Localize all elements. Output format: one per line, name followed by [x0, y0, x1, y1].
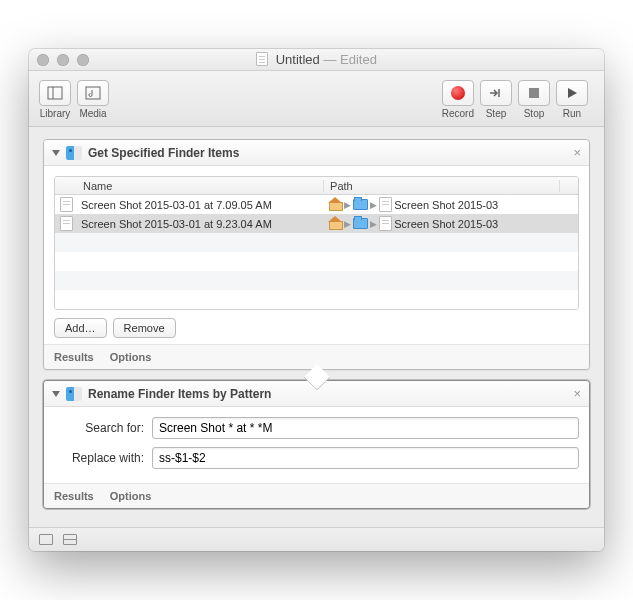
- record-label: Record: [442, 108, 474, 119]
- run-button[interactable]: [556, 80, 588, 106]
- row-name: Screen Shot 2015-03-01 at 7.09.05 AM: [77, 199, 324, 211]
- media-button[interactable]: [77, 80, 109, 106]
- toolbar: Library Media Record Step Stop Run: [29, 71, 604, 127]
- titlebar[interactable]: Untitled — Edited: [29, 49, 604, 71]
- automator-window: Untitled — Edited Library Media Record S…: [29, 49, 604, 551]
- finder-icon: [66, 146, 82, 160]
- disclosure-triangle-icon[interactable]: [52, 150, 60, 156]
- row-path: ▶ ▶ Screen Shot 2015-03: [324, 197, 560, 212]
- svg-rect-0: [48, 87, 62, 99]
- edited-indicator: — Edited: [323, 52, 376, 67]
- finder-icon: [66, 387, 82, 401]
- search-for-label: Search for:: [54, 421, 144, 435]
- action-body: Name Path Screen Shot 2015-03-01 at 7.09…: [44, 166, 589, 344]
- record-button[interactable]: [442, 80, 474, 106]
- traffic-light-close[interactable]: [37, 54, 49, 66]
- run-label: Run: [563, 108, 581, 119]
- results-link[interactable]: Results: [54, 351, 94, 363]
- document-icon: [256, 52, 268, 66]
- stop-button[interactable]: [518, 80, 550, 106]
- step-label: Step: [486, 108, 507, 119]
- library-button[interactable]: [39, 80, 71, 106]
- close-action-button[interactable]: ×: [573, 145, 581, 160]
- action-title: Get Specified Finder Items: [88, 146, 239, 160]
- statusbar: [29, 527, 604, 551]
- column-path[interactable]: Path: [324, 180, 560, 192]
- row-path: ▶ ▶ Screen Shot 2015-03: [324, 216, 560, 231]
- options-link[interactable]: Options: [110, 490, 152, 502]
- window-title: Untitled — Edited: [29, 52, 604, 67]
- home-icon: [328, 199, 342, 211]
- action-get-specified-finder-items[interactable]: Get Specified Finder Items × Name Path S…: [43, 139, 590, 370]
- table-header: Name Path: [55, 177, 578, 195]
- items-table[interactable]: Name Path Screen Shot 2015-03-01 at 7.09…: [54, 176, 579, 310]
- step-button[interactable]: [480, 80, 512, 106]
- replace-with-label: Replace with:: [54, 451, 144, 465]
- empty-rows: [55, 233, 578, 309]
- remove-button[interactable]: Remove: [113, 318, 176, 338]
- options-link[interactable]: Options: [110, 351, 152, 363]
- action-body: Search for: Replace with:: [44, 407, 589, 483]
- svg-rect-4: [529, 88, 539, 98]
- traffic-light-minimize[interactable]: [57, 54, 69, 66]
- record-icon: [451, 86, 465, 100]
- file-icon: [60, 197, 73, 212]
- action-title: Rename Finder Items by Pattern: [88, 387, 271, 401]
- action-footer: Results Options: [44, 483, 589, 508]
- workflow-area[interactable]: Get Specified Finder Items × Name Path S…: [29, 127, 604, 527]
- table-row[interactable]: Screen Shot 2015-03-01 at 7.09.05 AM ▶ ▶…: [55, 195, 578, 214]
- folder-icon: [353, 218, 368, 229]
- table-row[interactable]: Screen Shot 2015-03-01 at 9.23.04 AM ▶ ▶…: [55, 214, 578, 233]
- file-icon: [379, 197, 392, 212]
- search-for-input[interactable]: [152, 417, 579, 439]
- stop-label: Stop: [524, 108, 545, 119]
- column-name[interactable]: Name: [77, 180, 324, 192]
- results-link[interactable]: Results: [54, 490, 94, 502]
- folder-icon: [353, 199, 368, 210]
- title-text: Untitled: [276, 52, 320, 67]
- library-label: Library: [40, 108, 71, 119]
- row-name: Screen Shot 2015-03-01 at 9.23.04 AM: [77, 218, 324, 230]
- view-list-icon[interactable]: [39, 534, 53, 545]
- media-label: Media: [79, 108, 106, 119]
- disclosure-triangle-icon[interactable]: [52, 391, 60, 397]
- action-header[interactable]: Get Specified Finder Items ×: [44, 140, 589, 166]
- view-log-icon[interactable]: [63, 534, 77, 545]
- action-connector: [43, 370, 590, 380]
- file-icon: [379, 216, 392, 231]
- action-rename-finder-items[interactable]: Rename Finder Items by Pattern × Search …: [43, 380, 590, 509]
- add-button[interactable]: Add…: [54, 318, 107, 338]
- file-icon: [60, 216, 73, 231]
- svg-rect-2: [86, 87, 100, 99]
- traffic-light-zoom[interactable]: [77, 54, 89, 66]
- home-icon: [328, 218, 342, 230]
- close-action-button[interactable]: ×: [573, 386, 581, 401]
- replace-with-input[interactable]: [152, 447, 579, 469]
